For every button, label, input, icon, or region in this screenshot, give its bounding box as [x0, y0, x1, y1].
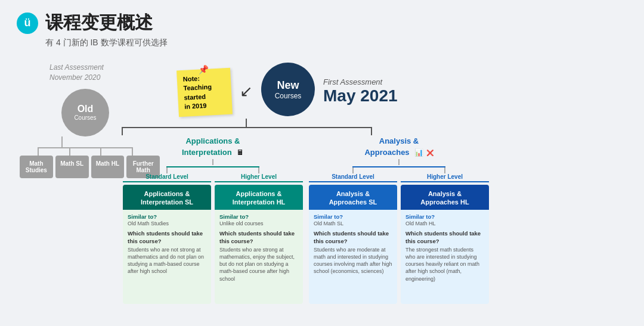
ai-sl-body: Similar to? Old Math Studies Which stude…	[123, 210, 211, 303]
ai-sl-which-text: Students who are not strong at mathemati…	[128, 246, 206, 275]
page-container: ü 课程变更概述 有 4 门新的 IB 数学课程可供选择 Last Assess…	[0, 0, 644, 326]
ai-hl-which-text: Students who are strong at mathematics, …	[219, 246, 298, 282]
page-title: 课程变更概述	[45, 11, 153, 35]
right-section: Note: Teaching started in 2019 ↙ New Cou…	[160, 57, 627, 304]
sticky-note-line4: in 2019	[184, 101, 227, 112]
applications-title: Applications &Interpretation	[182, 136, 240, 157]
analysis-title: Analysis &Approaches	[364, 136, 419, 157]
old-circle-sub: Courses	[74, 114, 96, 121]
ai-hl-body: Similar to? Unlike old courses Which stu…	[215, 210, 303, 303]
main-content: Last AssessmentNovember 2020 Old Courses…	[17, 57, 627, 304]
course-card-aa-hl: Analysis &Approaches HL Similar to? Old …	[401, 185, 489, 304]
ai-sl-similar-label: Similar to?	[128, 213, 206, 220]
ai-sl-which-label: Which students should take this course?	[128, 230, 206, 245]
aa-hl-which-text: The strongest math students who are inte…	[405, 246, 484, 282]
ai-sl-header: Applications &Interpretation SL	[123, 185, 211, 210]
table-icon: 📊	[414, 148, 423, 157]
old-box-math-studies: Math Studies	[20, 156, 53, 178]
applications-category-label: Applications &Interpretation 🖩	[179, 135, 246, 158]
aa-hl-similar-label: Similar to?	[405, 213, 484, 220]
ai-hl-similar-label: Similar to?	[219, 213, 298, 220]
old-circle-main: Old	[78, 104, 94, 114]
ai-sl-similar-value: Old Math Studies	[128, 221, 206, 226]
old-box-math-hl: Math HL	[91, 156, 125, 178]
aa-hl-header: Analysis &Approaches HL	[401, 185, 489, 210]
course-card-ai-hl: Applications &Interpretation HL Similar …	[215, 185, 303, 304]
header: ü 课程变更概述	[17, 11, 627, 35]
branch-group-analysis: Analysis &Approaches 📊 ❌ Standard Level …	[308, 135, 490, 304]
applications-sl-label: Standard Level	[123, 173, 211, 182]
first-assessment-year: May 2021	[323, 86, 398, 105]
subtitle: 有 4 门新的 IB 数学课程可供选择	[45, 38, 627, 48]
ai-hl-similar-value: Unlike old courses	[219, 221, 298, 226]
analysis-sl-label: Standard Level	[309, 173, 397, 182]
aa-sl-which-text: Students who are moderate at math and in…	[314, 246, 392, 275]
course-card-ai-sl: Applications &Interpretation SL Similar …	[123, 185, 211, 304]
aa-sl-which-label: Which students should take this course?	[314, 230, 392, 245]
analysis-hl-label: Higher Level	[401, 173, 489, 182]
arrow-icon: ↙	[240, 82, 253, 101]
logo: ü	[17, 13, 38, 34]
sticky-note: Note: Teaching started in 2019	[177, 68, 233, 117]
analysis-category-label: Analysis &Approaches 📊 ❌	[362, 135, 435, 158]
first-assessment-label: First Assessment	[323, 77, 398, 86]
old-box-math-sl: Math SL	[55, 156, 89, 178]
course-card-aa-sl: Analysis &Approaches SL Similar to? Old …	[309, 185, 397, 304]
delete-icon: ❌	[426, 150, 434, 156]
new-circle: New Courses	[261, 63, 315, 116]
ai-hl-which-label: Which students should take this course?	[219, 230, 298, 245]
aa-sl-similar-label: Similar to?	[314, 213, 392, 220]
aa-sl-header: Analysis &Approaches SL	[309, 185, 397, 210]
aa-hl-similar-value: Old Math HL	[405, 221, 484, 226]
aa-hl-which-label: Which students should take this course?	[405, 230, 484, 245]
new-circle-sub: Courses	[275, 92, 302, 100]
last-assessment-label: Last AssessmentNovember 2020	[49, 63, 160, 83]
aa-sl-similar-value: Old Math SL	[314, 221, 392, 226]
new-circle-main: New	[277, 79, 299, 92]
aa-hl-body: Similar to? Old Math HL Which students s…	[401, 210, 489, 303]
first-assessment: First Assessment May 2021	[323, 77, 398, 105]
branch-groups: Applications &Interpretation 🖩 Standard …	[122, 135, 627, 304]
calculator-icon: 🖩	[237, 148, 244, 157]
branch-group-applications: Applications &Interpretation 🖩 Standard …	[122, 135, 304, 304]
old-circle: Old Courses	[61, 89, 109, 136]
aa-sl-body: Similar to? Old Math SL Which students s…	[309, 210, 397, 303]
applications-hl-label: Higher Level	[215, 173, 303, 182]
ai-hl-header: Applications &Interpretation HL	[215, 185, 303, 210]
